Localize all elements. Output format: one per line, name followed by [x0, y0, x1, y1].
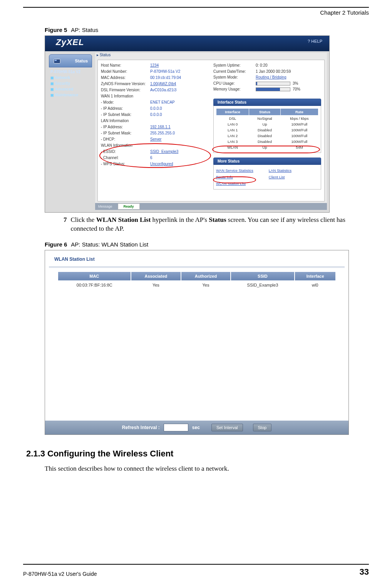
- footer-guide-title: P-870HW-51a v2 User's Guide: [23, 571, 97, 577]
- status-field-value: 3%: [256, 81, 298, 87]
- sidebar-status-label: Status: [75, 59, 88, 63]
- sidebar-status-tab[interactable]: Status: [49, 54, 92, 67]
- interface-status-table: InterfaceStatusRate DSLNoSignalkbps / kb…: [216, 108, 318, 150]
- stop-button[interactable]: Stop: [253, 424, 272, 431]
- status-field-label: - Mode:: [101, 99, 150, 106]
- status-field-label: System Mode:: [213, 74, 256, 81]
- status-field-label: WLAN Information: [101, 143, 150, 149]
- chapter-header: Chapter 2 Tutorials: [23, 9, 369, 16]
- status-field-label: - IP Subnet Mask:: [101, 130, 150, 136]
- message-bar-label: Message: [95, 205, 116, 208]
- status-field-label: Host Name:: [101, 62, 150, 69]
- figure6-caption-text: AP: Status: WLAN Station List: [71, 241, 148, 248]
- status-field-label: Memory Usage:: [213, 86, 256, 92]
- status-field-label: - IP Subnet Mask:: [101, 112, 150, 118]
- wlan-col-header: SSID: [231, 272, 295, 280]
- wlan-station-list-title: WLAN Station List: [54, 257, 345, 262]
- iface-col-header: Status: [249, 108, 281, 115]
- status-field-label: System Uptime:: [213, 62, 256, 69]
- status-field-value: 255.255.255.0: [150, 130, 175, 136]
- status-field-value: 70%: [256, 86, 300, 92]
- figure6-caption-label: Figure 6: [45, 241, 67, 248]
- refresh-interval-label: Refresh Interval :: [122, 425, 160, 430]
- status-field-label: - ESSID:: [101, 149, 150, 155]
- refresh-interval-input[interactable]: [164, 424, 188, 431]
- status-field-value: 0.0.0.0: [150, 112, 162, 118]
- status-field-value[interactable]: Unconfigured: [150, 161, 173, 167]
- sidebar-model-label: P-870HW-51a V2: [50, 70, 92, 74]
- step-number: 7: [58, 216, 67, 233]
- status-field-value: AvC010a.d21i3: [150, 87, 176, 93]
- status-field-value: ENET ENCAP: [150, 99, 175, 106]
- status-field-value: 0.0.0.0: [150, 106, 162, 112]
- status-field-value[interactable]: SSID_Example3: [150, 149, 178, 155]
- status-field-label: MAC Address:: [101, 75, 150, 81]
- message-bar-status: Ready: [118, 203, 140, 210]
- svg-rect-0: [54, 59, 60, 64]
- wlan-col-header: MAC: [58, 272, 131, 280]
- status-field-label: Current Date/Time:: [213, 69, 256, 75]
- status-field-value[interactable]: Server: [150, 136, 161, 143]
- status-field-value: 1 Jan 2000 00:20:59: [256, 69, 291, 75]
- status-field-label: - WPS Status:: [101, 161, 150, 167]
- table-row: LAN 1Disabled100M/Full: [216, 127, 318, 133]
- page-number: 33: [360, 567, 369, 577]
- svg-rect-1: [55, 60, 57, 61]
- status-field-label: DSL Firmware Version:: [101, 87, 150, 93]
- sidebar-item-network[interactable]: Network: [49, 75, 92, 81]
- table-row: 00:03:7F:BF:16:8CYesYesSSID_Example3wl0: [58, 280, 335, 290]
- figure5-caption: Figure 5AP: Status: [45, 27, 369, 33]
- status-field-value: 6: [150, 155, 152, 161]
- link-client-list[interactable]: Client List: [269, 175, 285, 179]
- wlan-col-header: Interface: [295, 272, 335, 280]
- status-field-label: LAN Information: [101, 118, 150, 124]
- status-field-label: - IP Address:: [101, 106, 150, 112]
- interface-status-header: Interface Status: [213, 99, 321, 106]
- status-field-value: P-870HW-51a V2: [150, 69, 180, 75]
- table-row: LAN 3Disabled100M/Full: [216, 139, 318, 144]
- set-interval-button[interactable]: Set Interval: [211, 424, 243, 431]
- status-field-label: WAN 1 Information: [101, 93, 150, 99]
- table-row: LAN 2Disabled100M/Full: [216, 133, 318, 139]
- table-row: WLANUp54M: [216, 144, 318, 150]
- section-heading: 2.1.3 Configuring the Wireless Client: [26, 449, 369, 459]
- refresh-footer: Refresh Interval : sec Set Interval Stop: [45, 421, 348, 434]
- status-field-label: - DHCP:: [101, 136, 150, 143]
- sec-label: sec: [192, 425, 200, 430]
- step-7: 7 Click the WLAN Station List hyperlink …: [58, 216, 369, 233]
- table-row: DSLNoSignalkbps / kbps: [216, 115, 318, 121]
- status-field-value[interactable]: 1234: [150, 62, 159, 69]
- link-wlan-station-list[interactable]: WLAN Station List: [216, 181, 246, 186]
- figure6-screenshot: WLAN Station List MACAssociatedAuthorize…: [45, 250, 349, 435]
- wlan-station-list-table: MACAssociatedAuthorizedSSIDInterface 00:…: [58, 272, 335, 290]
- wlan-col-header: Associated: [131, 272, 181, 280]
- table-row: LAN 0Up100M/Full: [216, 121, 318, 127]
- help-link[interactable]: ? HELP: [308, 39, 322, 44]
- status-field-value[interactable]: 1.00(AWZ.0)b4: [150, 81, 176, 87]
- iface-col-header: Interface: [216, 108, 249, 115]
- wlan-col-header: Authorized: [181, 272, 230, 280]
- figure5-caption-label: Figure 5: [45, 27, 67, 33]
- status-field-label: - Channel:: [101, 155, 150, 161]
- sidebar-item-maintenance[interactable]: Maintenance: [49, 92, 92, 98]
- step-text: Click the WLAN Station List hyperlink in…: [71, 216, 369, 233]
- status-field-label: Model Number:: [101, 69, 150, 75]
- status-icon: [53, 57, 62, 65]
- iface-col-header: Rate: [280, 108, 318, 115]
- status-field-value: 00:19:cb:d1:79:04: [150, 75, 181, 81]
- link-wan-service-statistics[interactable]: WAN Service Statistics: [216, 168, 253, 173]
- sidebar-item-security[interactable]: Security: [49, 81, 92, 86]
- status-field-value: 0: 0:20: [256, 62, 268, 69]
- figure6-caption: Figure 6AP: Status: WLAN Station List: [45, 241, 369, 248]
- status-field-label: CPU Usage:: [213, 81, 256, 87]
- sidebar-item-advanced[interactable]: Advanced: [49, 86, 92, 92]
- figure5-screenshot: ZyXEL ? HELP Status P-870HW-51a V2 Netwo…: [45, 35, 330, 213]
- more-status-header: More Status: [213, 158, 321, 165]
- zyxel-logo: ZyXEL: [56, 37, 84, 47]
- link-route-info[interactable]: Route Info: [216, 175, 233, 179]
- status-field-value[interactable]: 192.168.1.1: [150, 124, 171, 130]
- link-lan-statistics[interactable]: LAN Statistics: [269, 168, 291, 173]
- status-field-value[interactable]: Routing / Bridging: [256, 74, 286, 81]
- status-field-label: ZyNOS Firmware Version:: [101, 81, 150, 87]
- figure5-caption-text: AP: Status: [71, 27, 98, 33]
